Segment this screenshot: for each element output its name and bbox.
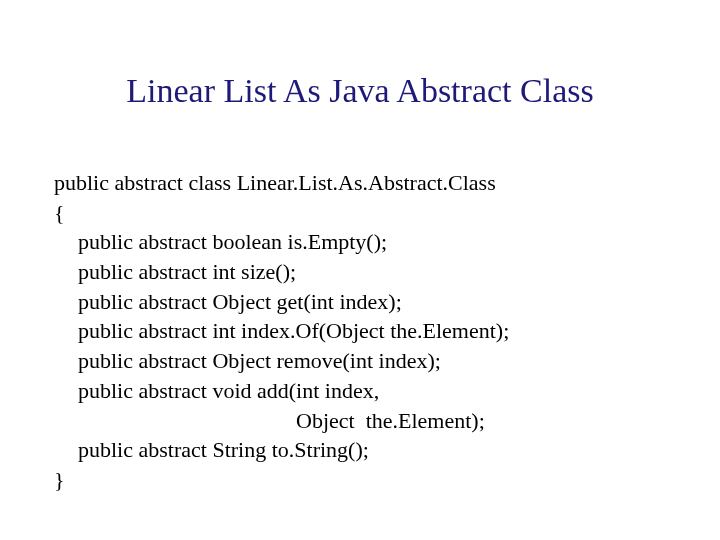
code-line: public abstract void add(int index,	[54, 376, 674, 406]
code-line: public abstract class Linear.List.As.Abs…	[54, 168, 674, 198]
code-line: {	[54, 198, 674, 228]
code-line: Object the.Element);	[54, 406, 674, 436]
code-line: public abstract Object get(int index);	[54, 287, 674, 317]
code-line: public abstract Object remove(int index)…	[54, 346, 674, 376]
slide-title: Linear List As Java Abstract Class	[0, 72, 720, 110]
code-line: public abstract boolean is.Empty();	[54, 227, 674, 257]
slide: Linear List As Java Abstract Class publi…	[0, 0, 720, 540]
code-line: }	[54, 465, 674, 495]
code-line: public abstract int index.Of(Object the.…	[54, 316, 674, 346]
code-line: public abstract int size();	[54, 257, 674, 287]
code-block: public abstract class Linear.List.As.Abs…	[54, 168, 674, 495]
code-line: public abstract String to.String();	[54, 435, 674, 465]
